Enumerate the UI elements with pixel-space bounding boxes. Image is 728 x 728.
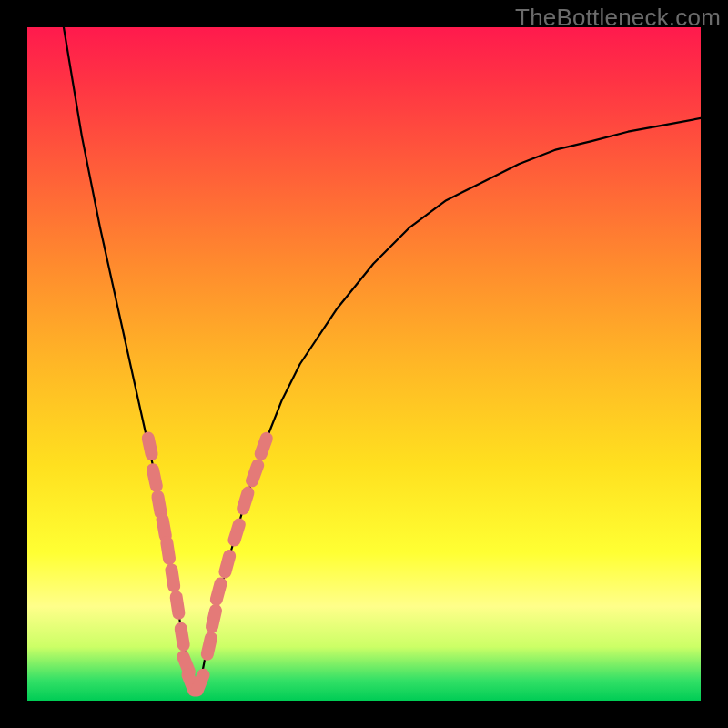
curve-marker <box>197 675 204 691</box>
curve-marker <box>171 570 174 586</box>
curve-marker <box>252 465 258 480</box>
curve-marker <box>167 542 169 559</box>
curve-marker <box>207 638 211 654</box>
curve-marker <box>181 629 184 645</box>
curve-markers <box>148 438 267 690</box>
watermark-text: TheBottleneck.com <box>515 4 721 32</box>
curve-marker <box>148 438 152 454</box>
curve-marker <box>225 556 229 571</box>
curve-marker <box>157 497 160 513</box>
curve-marker <box>261 439 267 454</box>
bottleneck-chart-svg <box>27 27 701 701</box>
plot-area <box>27 27 701 701</box>
curve-marker <box>243 493 248 509</box>
curve-marker <box>163 520 166 536</box>
chart-frame: TheBottleneck.com <box>0 0 728 728</box>
curve-marker <box>212 611 216 627</box>
curve-marker <box>217 583 221 599</box>
curve-marker <box>153 470 157 486</box>
bottleneck-curve <box>64 27 701 682</box>
curve-marker <box>234 524 238 540</box>
curve-marker <box>177 597 179 613</box>
